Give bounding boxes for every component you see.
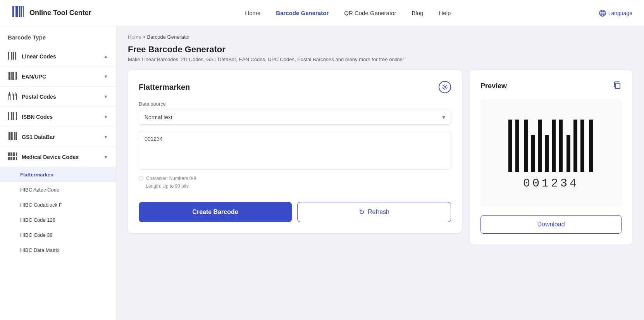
svg-rect-64 xyxy=(589,120,593,172)
sidebar-group-linear-codes: Linear Codes ▲ xyxy=(0,46,116,67)
svg-rect-37 xyxy=(8,132,9,140)
sidebar-item-hibc-data-matrix[interactable]: HIBC Data Matrix xyxy=(0,243,116,258)
svg-rect-36 xyxy=(16,112,17,120)
svg-rect-25 xyxy=(9,92,10,96)
svg-rect-2 xyxy=(16,6,18,17)
svg-rect-28 xyxy=(13,94,14,100)
sidebar-item-hibc-codablock-f[interactable]: HIBC Codablock F xyxy=(0,197,116,212)
cards-row: Flattermarken Data source Normal text He… xyxy=(128,70,632,245)
sidebar-group-gs1-databar-header[interactable]: GS1 DataBar ▼ xyxy=(0,127,116,147)
sidebar-group-postal-codes-header[interactable]: Postal Codes ▼ xyxy=(0,87,116,106)
download-button[interactable]: Download xyxy=(480,215,622,234)
sidebar-group-ean-upc-header[interactable]: EAN/UPC ▼ xyxy=(0,67,116,86)
data-source-select[interactable]: Normal text Hexadecimal Base64 xyxy=(139,110,451,125)
svg-point-51 xyxy=(444,86,446,88)
breadcrumb: Home > Barcode Generator xyxy=(128,34,632,40)
svg-rect-17 xyxy=(17,52,17,60)
svg-rect-47 xyxy=(13,152,15,156)
svg-rect-30 xyxy=(16,94,17,100)
data-source-label: Data source xyxy=(139,101,451,107)
barcode-input[interactable]: 001234 xyxy=(139,131,451,169)
svg-rect-55 xyxy=(524,120,528,172)
svg-rect-4 xyxy=(21,6,22,17)
sidebar-group-isbn-codes-header[interactable]: ISBN Codes ▼ xyxy=(0,107,116,127)
svg-rect-21 xyxy=(12,72,14,80)
postal-codes-label: Postal Codes xyxy=(22,94,56,100)
main-nav: Home Barcode Generator QR Code Generator… xyxy=(97,10,599,16)
svg-text:001234: 001234 xyxy=(523,177,579,187)
svg-rect-60 xyxy=(559,120,563,172)
svg-rect-29 xyxy=(15,92,15,96)
language-button[interactable]: Language xyxy=(599,10,632,17)
sidebar-item-hibc-code-128[interactable]: HIBC Code 128 xyxy=(0,212,116,228)
nav-blog[interactable]: Blog xyxy=(412,10,423,16)
sidebar-item-hibc-aztec-code[interactable]: HIBC Aztec Code xyxy=(0,182,116,197)
isbn-codes-label: ISBN Codes xyxy=(22,114,53,120)
svg-rect-46 xyxy=(10,157,12,160)
svg-rect-50 xyxy=(16,157,17,160)
svg-rect-62 xyxy=(573,120,577,172)
linear-codes-label: Linear Codes xyxy=(22,53,56,60)
isbn-codes-icon xyxy=(8,112,17,121)
svg-rect-26 xyxy=(10,94,11,100)
svg-rect-13 xyxy=(10,52,10,60)
barcode-display: 001234 xyxy=(505,120,598,187)
svg-rect-58 xyxy=(545,135,549,172)
logo-text: Online Tool Center xyxy=(29,9,91,17)
svg-rect-40 xyxy=(12,132,13,140)
svg-rect-27 xyxy=(12,92,12,96)
ean-upc-icon xyxy=(8,72,17,81)
sidebar-group-linear-codes-header[interactable]: Linear Codes ▲ xyxy=(0,46,116,66)
svg-rect-6 xyxy=(12,6,24,7)
nav-qr-code-generator[interactable]: QR Code Generator xyxy=(344,10,396,16)
preview-card: Preview xyxy=(470,70,632,245)
svg-rect-15 xyxy=(13,52,14,60)
refresh-button[interactable]: ↻ Refresh xyxy=(297,202,451,222)
svg-rect-14 xyxy=(11,52,12,60)
breadcrumb-home[interactable]: Home xyxy=(128,34,141,40)
barcode-svg: 001234 xyxy=(505,120,598,187)
data-source-select-wrapper: Normal text Hexadecimal Base64 ▼ xyxy=(139,110,451,125)
hint-length: Length: Up to 90 bits xyxy=(139,182,451,190)
breadcrumb-separator: > xyxy=(143,34,147,40)
ean-upc-label: EAN/UPC xyxy=(22,74,46,80)
settings-icon[interactable] xyxy=(439,81,451,93)
logo-icon xyxy=(12,5,26,21)
preview-title: Preview xyxy=(480,82,507,90)
svg-rect-57 xyxy=(538,120,542,172)
sidebar-item-flattermarken[interactable]: Flattermarken xyxy=(0,167,116,182)
sidebar-item-hibc-code-39[interactable]: HIBC Code 39 xyxy=(0,228,116,243)
svg-rect-53 xyxy=(508,120,512,172)
nav-barcode-generator[interactable]: Barcode Generator xyxy=(276,10,329,16)
breadcrumb-current: Barcode Generator xyxy=(147,34,190,40)
layout: Barcode Type Linear Codes ▲ xyxy=(0,26,644,320)
copy-icon[interactable] xyxy=(613,81,622,91)
linear-codes-icon xyxy=(8,52,17,61)
create-barcode-button[interactable]: Create Barcode xyxy=(139,202,292,222)
svg-rect-1 xyxy=(15,6,15,17)
page-subtitle: Make Linear Barcodes, 2D Codes, GS1 Data… xyxy=(128,56,632,62)
svg-rect-43 xyxy=(8,152,10,156)
info-icon: ⓘ xyxy=(139,176,143,181)
svg-rect-5 xyxy=(23,6,24,17)
svg-rect-63 xyxy=(580,120,584,172)
refresh-icon: ↻ xyxy=(359,208,365,216)
svg-rect-48 xyxy=(13,157,15,160)
language-label: Language xyxy=(608,10,632,16)
svg-rect-20 xyxy=(11,72,12,80)
postal-codes-icon xyxy=(8,92,17,101)
page-title: Free Barcode Generator xyxy=(128,44,632,55)
generator-card-title: Flattermarken xyxy=(139,83,190,92)
svg-rect-49 xyxy=(16,152,17,156)
nav-home[interactable]: Home xyxy=(245,10,260,16)
sidebar-group-medical-device-codes-header[interactable]: Medical Device Codes ▼ xyxy=(0,147,116,167)
gs1-databar-icon xyxy=(8,132,17,141)
medical-device-codes-icon xyxy=(8,152,17,161)
logo-area: Online Tool Center xyxy=(12,5,97,21)
svg-rect-34 xyxy=(13,112,14,120)
nav-help[interactable]: Help xyxy=(439,10,451,16)
gs1-databar-chevron: ▼ xyxy=(103,134,108,140)
linear-codes-chevron: ▲ xyxy=(103,54,108,59)
gs1-databar-label: GS1 DataBar xyxy=(22,134,55,140)
svg-rect-59 xyxy=(552,120,556,172)
